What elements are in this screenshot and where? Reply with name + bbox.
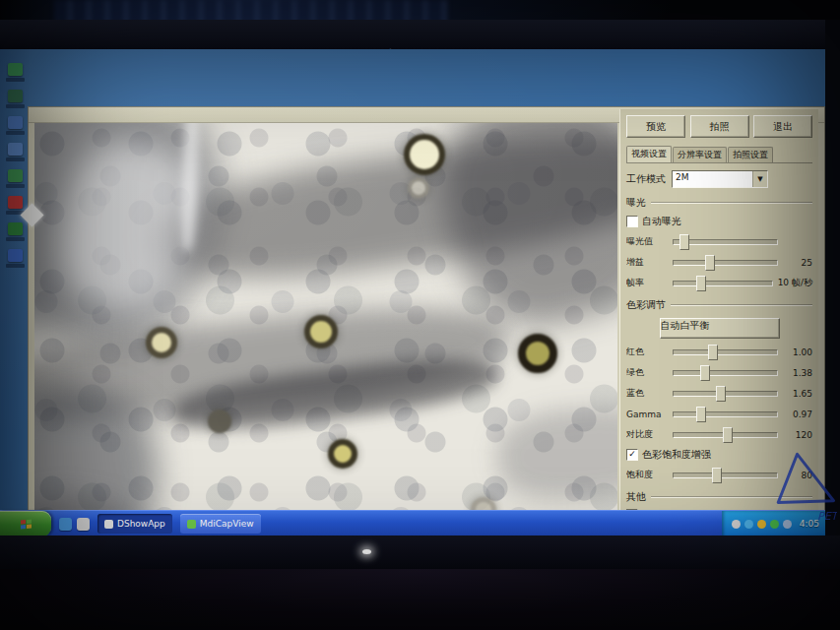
blue-gain-value: 1.65 — [783, 389, 812, 399]
saturation-enable-checkbox[interactable] — [626, 449, 638, 461]
desk-shadow — [0, 569, 840, 630]
shadow-band — [493, 402, 617, 504]
framerate-slider-label: 帧率 — [626, 277, 668, 289]
framerate-slider-value: 10 帧/秒 — [778, 277, 812, 289]
gain-slider-value: 25 — [783, 258, 812, 268]
app-icon — [104, 520, 113, 529]
work-mode-row: 工作模式 2M ▼ — [626, 170, 812, 188]
saturation-enable-label: 色彩饱和度增强 — [642, 448, 711, 462]
taskbar-task-mdicapview[interactable]: MdiCapView — [180, 514, 261, 534]
exposure-section-title: 曝光 — [626, 196, 812, 210]
gamma-value: 0.97 — [783, 410, 812, 419]
specimen-cell — [328, 439, 357, 469]
power-led — [362, 549, 371, 554]
start-button[interactable] — [0, 511, 51, 536]
microscope-app-window: 预览 拍照 退出 视频设置 分辨率设置 拍照设置 工作模式 2M ▼ 曝光 — [28, 106, 825, 536]
blue-gain-label: 蓝色 — [626, 387, 668, 400]
green-gain-thumb[interactable] — [700, 365, 710, 381]
work-mode-value: 2M — [673, 171, 752, 187]
color-section-title: 色彩调节 — [626, 298, 812, 312]
work-mode-select[interactable]: 2M ▼ — [672, 170, 768, 188]
quick-launch-icon[interactable] — [59, 518, 72, 531]
gain-slider[interactable] — [673, 260, 778, 266]
gain-slider-thumb[interactable] — [705, 255, 715, 271]
shadow-band — [423, 123, 617, 342]
desktop-icon[interactable] — [8, 63, 23, 76]
gain-slider-row: 增益 25 — [626, 255, 812, 270]
contrast-label: 对比度 — [626, 428, 668, 441]
saturation-label: 饱和度 — [626, 469, 668, 481]
desktop-icon[interactable] — [8, 249, 23, 262]
exposure-slider-thumb[interactable] — [679, 234, 689, 250]
desktop-icon[interactable] — [8, 222, 23, 235]
red-gain-slider-row: 红色 1.00 — [626, 345, 812, 359]
framerate-slider-thumb[interactable] — [696, 276, 706, 291]
saturation-thumb[interactable] — [712, 468, 722, 483]
specimen-cell — [518, 334, 557, 373]
toolbar: 预览 拍照 退出 — [626, 115, 812, 138]
chevron-down-icon[interactable]: ▼ — [752, 171, 767, 187]
app-icon — [187, 520, 196, 529]
exit-button[interactable]: 退出 — [753, 115, 812, 138]
green-gain-slider-row: 绿色 1.38 — [626, 365, 812, 380]
pet-label: PET — [817, 510, 837, 523]
contrast-slider-row: 对比度 120 — [626, 427, 812, 442]
gamma-label: Gamma — [626, 410, 668, 419]
blue-gain-slider[interactable] — [673, 391, 778, 397]
settings-tabs: 视频设置 分辨率设置 拍照设置 — [626, 146, 812, 163]
desktop-icon[interactable] — [8, 116, 23, 129]
red-gain-slider[interactable] — [673, 349, 778, 355]
desktop-icon[interactable] — [8, 143, 23, 156]
quick-launch-icon[interactable] — [77, 518, 90, 531]
gamma-slider[interactable] — [673, 411, 778, 417]
desktop-icon[interactable] — [8, 169, 23, 182]
tab-resolution-settings[interactable]: 分辨率设置 — [673, 147, 727, 162]
specimen-cell — [146, 327, 177, 358]
contrast-value: 120 — [783, 430, 812, 440]
green-gain-value: 1.38 — [783, 368, 812, 378]
contrast-slider[interactable] — [673, 432, 778, 438]
taskbar: DShowApp MdiCapView 4:05 — [0, 510, 825, 536]
gain-slider-label: 增益 — [626, 256, 668, 269]
exposure-slider[interactable] — [673, 239, 778, 245]
desktop-icon[interactable] — [8, 90, 23, 102]
tab-video-settings[interactable]: 视频设置 — [626, 146, 672, 162]
red-gain-label: 红色 — [626, 346, 668, 358]
preview-button[interactable]: 预览 — [626, 115, 685, 138]
framerate-slider-row: 帧率 10 帧/秒 — [626, 276, 812, 290]
framerate-slider[interactable] — [673, 281, 773, 286]
quick-launch — [59, 518, 90, 531]
blue-gain-slider-row: 蓝色 1.65 — [626, 386, 812, 401]
video-area — [34, 123, 617, 536]
specimen-cell — [208, 410, 231, 433]
blue-gain-thumb[interactable] — [716, 386, 726, 402]
screen: 预览 拍照 退出 视频设置 分辨率设置 拍照设置 工作模式 2M ▼ 曝光 — [0, 49, 825, 536]
contrast-thumb[interactable] — [723, 427, 733, 443]
auto-exposure-label: 自动曝光 — [642, 215, 681, 228]
desktop-icon-strip — [0, 49, 30, 510]
photo-of-monitor: lenovo 预览 拍照 退出 视频设置 分辨率设置 拍照设置 工作模式 — [0, 0, 840, 630]
saturation-slider[interactable] — [673, 472, 778, 478]
exposure-slider-row: 曝光值 — [626, 234, 812, 249]
monitor-bezel-bottom — [0, 536, 840, 569]
desktop-icon[interactable] — [8, 196, 23, 209]
pet-recycle-sticker: PET — [766, 448, 837, 523]
auto-white-balance-button[interactable]: 自动白平衡 — [660, 318, 780, 339]
green-gain-slider[interactable] — [673, 370, 778, 376]
auto-exposure-checkbox[interactable] — [626, 216, 638, 227]
gamma-slider-row: Gamma 0.97 — [626, 407, 812, 421]
capture-button[interactable]: 拍照 — [690, 115, 749, 138]
monitor-bezel-top: lenovo — [0, 20, 840, 49]
tray-icon[interactable] — [744, 520, 753, 529]
tray-icon[interactable] — [757, 520, 766, 529]
task-label: MdiCapView — [200, 519, 254, 529]
gamma-thumb[interactable] — [696, 407, 706, 422]
red-gain-thumb[interactable] — [708, 345, 718, 360]
specimen-cell — [304, 315, 338, 348]
tab-capture-settings[interactable]: 拍照设置 — [728, 147, 773, 162]
green-gain-label: 绿色 — [626, 366, 668, 379]
specimen-cell — [408, 177, 429, 199]
tray-icon[interactable] — [732, 520, 741, 529]
taskbar-task-dshowapp[interactable]: DShowApp — [97, 514, 172, 534]
exposure-slider-label: 曝光值 — [626, 235, 668, 248]
